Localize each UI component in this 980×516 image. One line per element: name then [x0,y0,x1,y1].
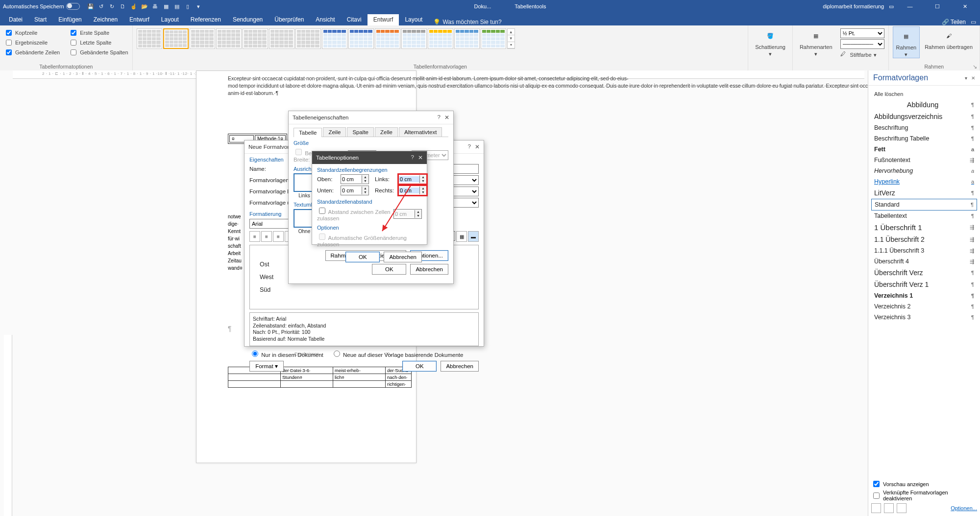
tab-table-design[interactable]: Entwurf [368,14,399,25]
tstyle-plain4[interactable] [216,28,242,49]
help-icon[interactable]: ? [411,154,414,161]
newstyle-cancel-button[interactable]: Abbrechen [441,361,479,372]
table-icon[interactable]: ▦ [162,2,170,10]
tstyle-col-blue[interactable] [322,28,347,49]
tstyle-col-green[interactable] [481,28,506,49]
new-style-icon[interactable] [871,503,881,513]
tab-mailings[interactable]: Sendungen [227,14,269,25]
autosave-switch[interactable] [66,3,80,10]
format-dropdown-button[interactable]: Format ▾ [249,361,284,372]
style-item[interactable]: Tabellentext¶ [871,211,977,221]
tableopts-cancel-button[interactable]: Abbrechen [384,252,422,262]
style-item[interactable]: Verzeichnis 3¶ [871,312,977,323]
style-item[interactable]: LitVerz¶ [871,187,977,199]
tab-row[interactable]: Zeile [323,127,346,137]
newstyle-ok-button[interactable]: OK [402,361,437,372]
tab-insert[interactable]: Einfügen [52,14,87,25]
style-item[interactable]: Abbildungsverzeichnis¶ [871,111,977,122]
styles-list[interactable]: Alle löschenAbbildung¶Abbildungsverzeich… [871,89,977,489]
tstyle-plain6[interactable] [269,28,294,49]
style-item[interactable]: Fetta [871,144,977,155]
tstyle-col-yellow[interactable] [428,28,453,49]
autosize-chk[interactable]: Automatische Größenänderung zulassen [317,232,422,247]
tab-draw[interactable]: Zeichnen [88,14,123,25]
close-icon[interactable]: ✕ [444,114,449,121]
style-item[interactable]: 1.1.1 Überschrift 3⇶ [871,245,977,256]
tab-table[interactable]: Tabelle [294,128,322,137]
props-cancel-button[interactable]: Abbrechen [410,264,448,275]
close-icon[interactable]: ✕ [418,154,423,161]
props-ok-button[interactable]: OK [372,264,406,275]
radio-this-doc[interactable]: Nur in diesem Dokument [249,349,323,358]
pen-style-select[interactable]: ──────── [840,39,884,49]
tstyle-col-blue2[interactable] [348,28,374,49]
manage-styles-icon[interactable] [897,503,906,513]
gallery-scroll[interactable]: ▲▼▾ [507,28,515,49]
chk-banded-rows[interactable]: Gebänderte Zeilen [4,48,60,57]
tstyle-col-lightblue[interactable] [454,28,480,49]
comments-icon[interactable]: ▭ [971,19,976,25]
styles-options-link[interactable]: Optionen... [951,505,977,511]
tell-me-search[interactable]: 💡 Was möchten Sie tun? [433,19,501,25]
radio-template[interactable]: Neue auf dieser Vorlage basierende Dokum… [331,349,464,358]
fill-btn[interactable]: ▬ [468,231,479,242]
disable-linked-chk[interactable]: Verknüpfte Formatvorlagen deaktivieren [871,490,977,501]
style-item[interactable]: Beschriftung Tabelle¶ [871,133,977,144]
tab-home[interactable]: Start [28,14,52,25]
maximize-button[interactable]: ☐ [926,0,949,13]
style-item[interactable]: Beschriftung¶ [871,122,977,133]
style-item[interactable]: Verzeichnis 1¶ [871,290,977,301]
close-button[interactable]: ✕ [954,0,976,13]
style-item[interactable]: Verzeichnis 2¶ [871,301,977,312]
align-left-btn[interactable]: ≡ [249,231,260,242]
autosave-toggle[interactable]: Automatisches Speichern [3,3,80,10]
table-style-gallery[interactable]: ▲▼▾ [137,26,744,49]
save-icon[interactable]: 💾 [87,2,95,10]
show-preview-chk[interactable]: Vorschau anzeigen [871,479,977,489]
tab-cell[interactable]: Zelle [375,127,398,137]
border-btn[interactable]: ▦ [456,231,467,242]
style-item[interactable]: Fußnotentext⇶ [871,155,977,165]
style-item[interactable]: 1 Überschrift 1⇶ [871,221,977,234]
shading-button[interactable]: 🪣 Schattierung ▾ [752,26,788,57]
tab-layout[interactable]: Layout [155,14,185,25]
vertical-ruler[interactable] [4,335,12,516]
tableopts-ok-button[interactable]: OK [345,252,380,262]
style-item[interactable]: Standard¶ [871,199,977,211]
tstyle-plain1[interactable] [137,28,162,49]
style-item[interactable]: 1.1 Überschrift 2⇶ [871,234,977,245]
help-icon[interactable]: ? [468,143,471,150]
chk-total-row[interactable]: Ergebniszeile [4,38,60,47]
pen-color-button[interactable]: 🖊Stiftfarbe ▾ [840,51,884,59]
style-inspector-icon[interactable] [884,503,894,513]
pen-width-select[interactable]: ½ Pt. [840,28,884,38]
redo-icon[interactable]: ↻ [108,2,116,10]
close-icon[interactable]: ✕ [475,143,480,150]
pane-close-icon[interactable]: ✕ [971,75,975,81]
tab-design[interactable]: Entwurf [123,14,155,25]
tstyle-col-gray[interactable] [401,28,427,49]
style-item[interactable]: Abbildung¶ [871,99,977,111]
spacing-chk[interactable]: Abstand zwischen Zellen zulassen [317,206,391,221]
spacing-spin[interactable]: ▲▼ [393,209,422,219]
top-margin-spin[interactable]: ▲▼ [341,174,369,184]
left-margin-spin[interactable]: ▲▼ [398,174,427,184]
table2-icon[interactable]: ▤ [173,2,181,10]
tab-references[interactable]: Referenzen [185,14,227,25]
tab-file[interactable]: Datei [3,14,28,25]
tab-citavi[interactable]: Citavi [341,14,368,25]
undo-icon[interactable]: ↺ [98,2,105,10]
border-styles-button[interactable]: ▦ Rahmenarten ▾ [797,26,835,59]
style-item[interactable]: Überschrift Verz 1¶ [871,279,977,290]
share-button[interactable]: 🔗 Teilen [942,19,966,25]
bottom-margin-spin[interactable]: ▲▼ [341,186,369,195]
help-icon[interactable]: ? [438,114,441,121]
tstyle-col-orange[interactable] [375,28,400,49]
pane-options-icon[interactable]: ▾ [965,75,967,81]
border-painter-button[interactable]: 🖌 Rahmen übertragen [922,26,976,58]
align-right-btn[interactable]: ≡ [273,231,284,242]
borders-launcher-icon[interactable]: ↘ [973,64,979,70]
new-icon[interactable]: 🗋 [119,2,127,10]
tstyle-plain5[interactable] [243,28,268,49]
tab-review[interactable]: Überprüfen [269,14,310,25]
